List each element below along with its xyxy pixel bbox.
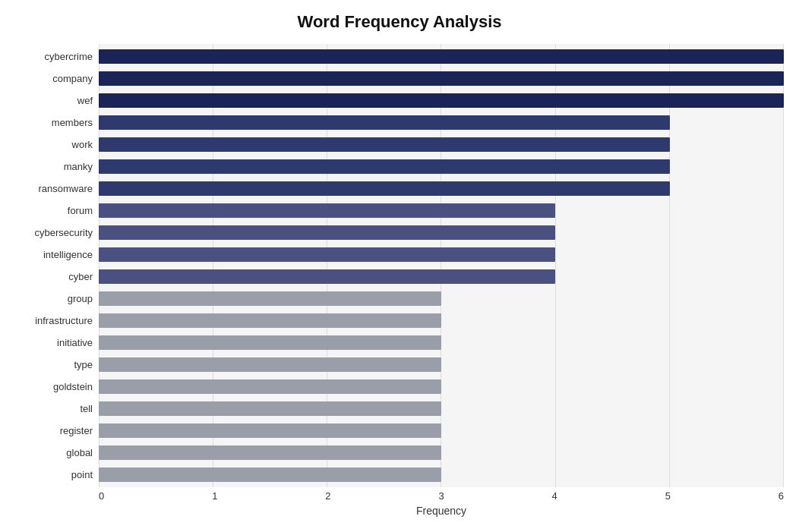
bar-row <box>99 134 784 156</box>
y-label: cyber <box>68 272 93 282</box>
chart-title: Word Frequency Analysis <box>298 12 502 32</box>
y-label: wef <box>77 96 93 105</box>
bar-row <box>99 266 784 288</box>
y-label: initiative <box>57 338 93 348</box>
y-label: manky <box>64 162 93 172</box>
bar <box>99 401 441 415</box>
bar <box>99 181 670 195</box>
bar-row <box>99 354 784 376</box>
y-label: global <box>66 448 93 458</box>
bar-row <box>99 90 784 112</box>
chart-container: cybercrimecompanywefmembersworkmankyrans… <box>15 44 784 517</box>
bar <box>99 71 784 85</box>
x-axis-ticks: 0123456 <box>99 487 784 502</box>
bar <box>99 445 441 459</box>
bar <box>99 467 441 481</box>
bar <box>99 247 555 261</box>
bar <box>99 423 441 437</box>
bar <box>99 335 441 349</box>
bar-row <box>99 112 784 134</box>
bar-row <box>99 244 784 266</box>
bar-row <box>99 222 784 244</box>
x-tick: 6 <box>778 490 784 502</box>
y-label: intelligence <box>43 250 93 260</box>
x-tick: 0 <box>99 490 104 502</box>
bar-row <box>99 420 784 442</box>
x-axis-label: Frequency <box>99 505 784 517</box>
x-tick: 2 <box>325 490 330 502</box>
bar-row <box>99 68 784 90</box>
x-tick: 1 <box>212 490 217 502</box>
y-label: cybercrime <box>44 52 93 61</box>
y-label: tell <box>80 404 93 414</box>
y-label: ransomware <box>38 184 93 194</box>
bar-row <box>99 200 784 222</box>
bar-row <box>99 310 784 332</box>
bar-row <box>99 156 784 178</box>
y-label: type <box>74 360 93 370</box>
bars-and-grid <box>99 44 784 487</box>
x-tick: 5 <box>665 490 671 502</box>
bar-row <box>99 376 784 398</box>
bar <box>99 115 670 129</box>
y-label: work <box>72 140 93 150</box>
bar <box>99 291 441 305</box>
bar <box>99 49 784 63</box>
bar <box>99 203 555 217</box>
y-label: company <box>52 74 93 83</box>
x-tick: 4 <box>552 490 557 502</box>
y-label: goldstein <box>53 382 93 392</box>
bar-row <box>99 332 784 354</box>
bar-row <box>99 178 784 200</box>
chart-area: cybercrimecompanywefmembersworkmankyrans… <box>15 44 784 517</box>
bar-row <box>99 464 784 486</box>
bar <box>99 225 555 239</box>
bar-row <box>99 442 784 464</box>
x-axis-section: 0123456 Frequency <box>99 487 784 517</box>
bar <box>99 357 441 371</box>
bar <box>99 93 784 107</box>
y-label: group <box>68 294 93 304</box>
y-label: register <box>60 426 93 436</box>
y-label: point <box>71 470 93 480</box>
bar <box>99 269 555 283</box>
bars-list <box>99 44 784 487</box>
bar <box>99 313 441 327</box>
bar <box>99 137 670 151</box>
y-axis: cybercrimecompanywefmembersworkmankyrans… <box>15 44 99 487</box>
x-tick: 3 <box>438 490 444 502</box>
bar <box>99 159 670 173</box>
bar-row <box>99 288 784 310</box>
bar-row <box>99 46 784 68</box>
bar-row <box>99 398 784 420</box>
y-label: infrastructure <box>35 316 93 326</box>
y-label: forum <box>68 206 93 216</box>
y-label: members <box>52 118 93 127</box>
y-label: cybersecurity <box>34 228 93 238</box>
bars-section: cybercrimecompanywefmembersworkmankyrans… <box>15 44 784 487</box>
bar <box>99 379 441 393</box>
